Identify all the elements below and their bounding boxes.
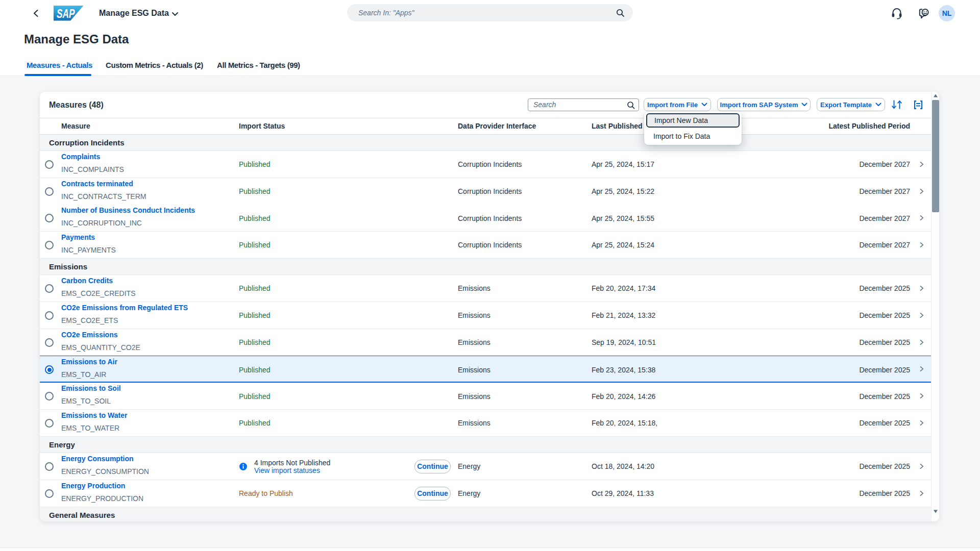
svg-text:SAP: SAP <box>57 7 75 20</box>
